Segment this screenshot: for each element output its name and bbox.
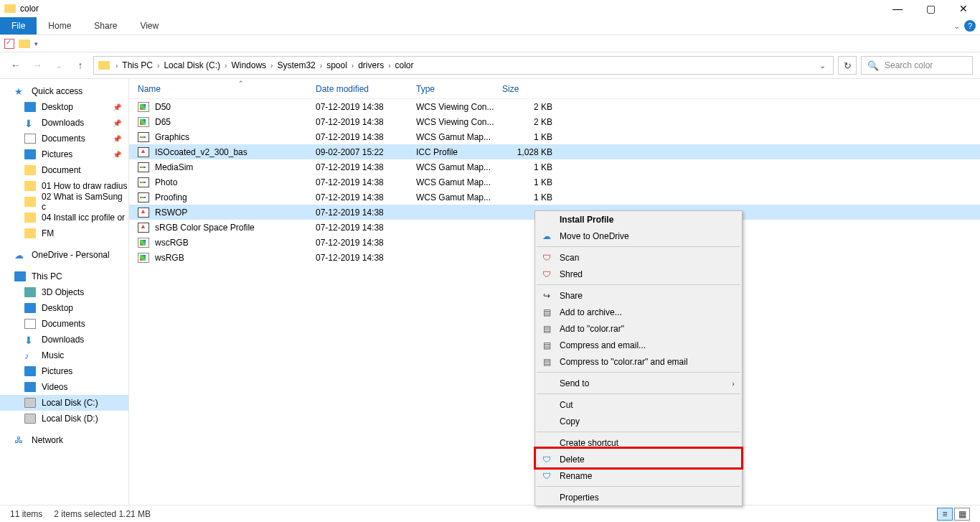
crumb[interactable]: spool — [324, 60, 350, 70]
col-date[interactable]: Date modified — [316, 84, 416, 94]
tab-file[interactable]: File — [0, 17, 37, 34]
view-large-button[interactable]: ▦ — [954, 508, 970, 521]
sidebar-item[interactable]: Local Disk (D:) — [0, 411, 128, 427]
sidebar-item[interactable]: Desktop — [0, 300, 128, 316]
crumb[interactable]: System32 — [274, 60, 318, 70]
file-size: 1 KB — [502, 132, 552, 142]
sidebar-item[interactable]: Desktop📌 — [0, 99, 128, 115]
file-icon — [138, 102, 149, 112]
ctx-properties[interactable]: Properties — [535, 489, 742, 505]
ctx-add-archive[interactable]: ▤Add to archive... — [535, 304, 742, 320]
ctx-delete[interactable]: 🛡Delete — [535, 451, 742, 467]
file-date: 09-02-2007 15:22 — [316, 147, 416, 157]
sidebar-this-pc[interactable]: This PC — [0, 269, 128, 284]
minimize-button[interactable]: — — [881, 0, 914, 17]
crumb[interactable]: drivers — [355, 60, 387, 70]
col-size[interactable]: Size — [502, 84, 560, 94]
ribbon-tabs: File Home Share View ⌄ ? — [0, 17, 980, 35]
col-type[interactable]: Type — [416, 84, 502, 94]
file-name: RSWOP — [155, 208, 316, 218]
file-icon — [138, 132, 149, 142]
ctx-send-to[interactable]: Send to› — [535, 375, 742, 391]
tab-share[interactable]: Share — [83, 17, 128, 34]
ctx-install-profile[interactable]: Install Profile — [535, 211, 742, 228]
sidebar-item[interactable]: Document — [0, 162, 128, 178]
up-button[interactable]: ↑ — [72, 57, 89, 74]
tab-home[interactable]: Home — [37, 17, 83, 34]
file-type: WCS Viewing Con... — [416, 102, 502, 112]
shield-icon: 🛡 — [541, 252, 552, 264]
crumb[interactable]: color — [392, 60, 417, 70]
pin-icon: 📌 — [113, 151, 121, 159]
sidebar-item[interactable]: Pictures — [0, 363, 128, 379]
address-bar[interactable]: › This PC› Local Disk (C:)› Windows› Sys… — [93, 56, 834, 75]
tab-view[interactable]: View — [128, 17, 170, 34]
file-row[interactable]: MediaSim07-12-2019 14:38WCS Gamut Map...… — [129, 159, 980, 174]
sidebar-item[interactable]: Pictures📌 — [0, 146, 128, 162]
ctx-cut[interactable]: Cut — [535, 396, 742, 413]
file-icon — [138, 192, 149, 202]
ctx-compress-email[interactable]: ▤Compress and email... — [535, 337, 742, 353]
sidebar-item[interactable]: Documents📌 — [0, 131, 128, 146]
file-name: wscRGB — [155, 238, 316, 248]
ctx-move-onedrive[interactable]: ☁Move to OneDrive — [535, 228, 742, 244]
file-row[interactable]: Graphics07-12-2019 14:38WCS Gamut Map...… — [129, 129, 980, 144]
sidebar-item[interactable]: 04 Install icc profile or — [0, 210, 128, 225]
sidebar-item[interactable]: Documents — [0, 316, 128, 332]
ctx-add-rar[interactable]: ▤Add to "color.rar" — [535, 320, 742, 337]
view-details-button[interactable]: ≡ — [937, 508, 953, 521]
search-input[interactable]: 🔍 Search color — [861, 56, 973, 75]
crumb[interactable]: Windows — [228, 60, 269, 70]
recent-dropdown[interactable]: ⌄ — [50, 57, 67, 74]
ctx-share[interactable]: ↪Share — [535, 287, 742, 304]
sidebar-item[interactable]: Videos — [0, 379, 128, 395]
file-icon — [138, 147, 149, 157]
back-button[interactable]: ← — [7, 57, 24, 74]
ctx-create-shortcut[interactable]: Create shortcut — [535, 434, 742, 451]
qat-dropdown-icon[interactable]: ▾ — [34, 40, 38, 47]
refresh-button[interactable]: ↻ — [838, 56, 857, 75]
ctx-copy[interactable]: Copy — [535, 413, 742, 429]
file-row[interactable]: Photo07-12-2019 14:38WCS Gamut Map...1 K… — [129, 174, 980, 190]
close-button[interactable]: ✕ — [947, 0, 980, 17]
maximize-button[interactable]: ▢ — [914, 0, 947, 17]
status-count: 11 items — [10, 509, 42, 519]
ctx-shred[interactable]: 🛡Shred — [535, 266, 742, 282]
file-row[interactable]: Proofing07-12-2019 14:38WCS Gamut Map...… — [129, 190, 980, 205]
qat-properties-icon[interactable] — [4, 39, 14, 49]
sidebar-onedrive[interactable]: ☁OneDrive - Personal — [0, 247, 128, 263]
file-row[interactable]: ISOcoated_v2_300_bas09-02-2007 15:22ICC … — [129, 144, 980, 159]
qat-newfolder-icon[interactable] — [19, 39, 30, 48]
sidebar-item[interactable]: ⬇Downloads — [0, 332, 128, 348]
file-row[interactable]: D5007-12-2019 14:38WCS Viewing Con...2 K… — [129, 99, 980, 114]
shield-icon: 🛡 — [541, 454, 552, 465]
ctx-scan[interactable]: 🛡Scan — [535, 249, 742, 266]
crumb[interactable]: Local Disk (C:) — [161, 60, 223, 70]
file-name: MediaSim — [155, 162, 316, 172]
file-name: Photo — [155, 177, 316, 187]
archive-icon: ▤ — [541, 340, 552, 351]
cloud-icon: ☁ — [541, 230, 552, 242]
ctx-rename[interactable]: 🛡Rename — [535, 467, 742, 484]
sidebar-item[interactable]: 3D Objects — [0, 284, 128, 300]
sidebar-quick-access[interactable]: ★Quick access — [0, 83, 128, 99]
ctx-compress-rar-email[interactable]: ▤Compress to "color.rar" and email — [535, 353, 742, 370]
help-icon[interactable]: ? — [964, 20, 976, 32]
crumb[interactable]: This PC — [119, 60, 156, 70]
sidebar-item[interactable]: ⬇Downloads📌 — [0, 115, 128, 131]
ribbon-collapse-icon[interactable]: ⌄ — [953, 22, 960, 31]
sidebar-item[interactable]: Local Disk (C:) — [0, 395, 128, 411]
file-date: 07-12-2019 14:38 — [316, 177, 416, 187]
col-name[interactable]: Name⌃ — [129, 84, 316, 94]
sidebar-item[interactable]: ♪Music — [0, 348, 128, 363]
forward-button[interactable]: → — [29, 57, 46, 74]
file-row[interactable]: D6507-12-2019 14:38WCS Viewing Con...2 K… — [129, 114, 980, 129]
sidebar-network[interactable]: 🖧Network — [0, 432, 128, 448]
file-icon — [138, 238, 149, 248]
sidebar-item[interactable]: FM — [0, 225, 128, 241]
address-dropdown-icon[interactable]: ⌄ — [819, 61, 830, 70]
file-name: ISOcoated_v2_300_bas — [155, 147, 316, 157]
sidebar-item[interactable]: 02 What is SamSung c — [0, 194, 128, 210]
file-icon — [138, 117, 149, 127]
file-size: 1 KB — [502, 162, 552, 172]
